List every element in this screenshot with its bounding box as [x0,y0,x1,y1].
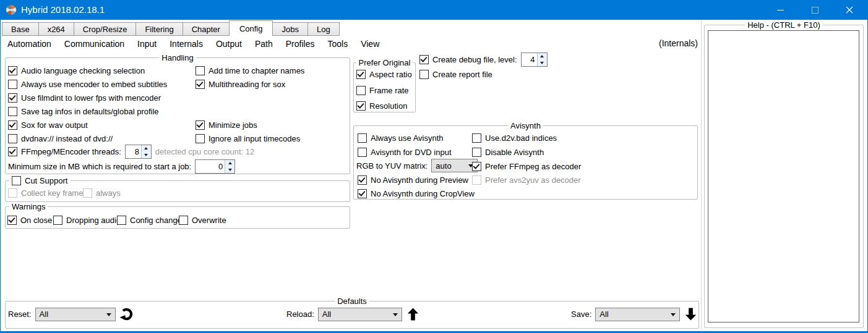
checkbox-save-tag-infos[interactable]: Save tag infos in defaults/global profil… [8,106,159,116]
tab-x264[interactable]: x264 [38,22,74,36]
tab-filtering[interactable]: Filtering [135,22,183,36]
tab-base[interactable]: Base [2,22,39,36]
menu-item-communication[interactable]: Communication [64,39,124,49]
checkbox-always-use-avisynth[interactable]: Always use Avisynth [358,133,444,143]
spin-up-icon[interactable] [538,53,547,60]
checkbox-box [472,133,481,143]
checkbox-box [356,70,366,79]
reset-label: Reset: [8,310,32,319]
spin-up-icon[interactable] [225,160,234,167]
save-select[interactable]: All [595,308,680,321]
menu-item-view[interactable]: View [361,39,379,49]
window-title: Hybrid 2018.02.18.1 [21,0,105,20]
close-button[interactable] [832,0,867,20]
tab-chapter[interactable]: Chapter [183,22,230,36]
spin-down-icon[interactable] [142,152,151,159]
menu-item-internals[interactable]: Internals [170,39,203,49]
checkbox-create-debug-file[interactable]: Create debug file, level: [419,55,517,65]
threads-spinner[interactable]: 8 [125,145,152,159]
checkbox-warn-on-close[interactable]: On close [7,215,52,225]
group-title: Prefer Original [356,58,413,67]
checkbox-label: Dropping audio [66,216,121,225]
min-size-row: Minimum size in MB which is required to … [8,159,235,174]
group-title: Handling [159,53,196,62]
checkbox-filmdint-lower-fps[interactable]: Use filmdint to lower fps with mencoder [8,93,161,103]
rgb-to-yuv-matrix-select[interactable]: auto [431,159,478,172]
minimize-button[interactable] [763,0,797,20]
help-content[interactable] [708,30,859,322]
spin-down-icon[interactable] [538,60,547,67]
checkbox-dvdnav-instead-dvd[interactable]: dvdnav:// instead of dvd:// [8,133,113,143]
chevron-down-icon [671,313,676,316]
reload-select[interactable]: All [318,308,402,321]
down-arrow-icon[interactable] [684,307,698,321]
checkbox-label: Disable Avisynth [485,148,544,157]
checkbox-box [8,188,17,198]
tab-crop-resize[interactable]: Crop/Resize [74,22,137,36]
cut-support-group: Cut Support Collect key frames always [5,180,350,202]
checkbox-mencoder-embed-subtitles[interactable]: Always use mencoder to embed subtitles [8,79,167,89]
checkbox-label: always [96,188,121,198]
checkbox-label: Create report file [432,70,492,79]
checkbox-audio-language-checking[interactable]: Audio language checking selection [8,65,145,75]
checkbox-prefer-ffmpeg-decoder[interactable]: Prefer FFmpeg as decoder [472,161,581,171]
checkbox-box [7,216,17,225]
checkbox-no-avisynth-cropview[interactable]: No Avisynth during CropView [358,188,475,198]
spinner-value: 8 [126,145,141,158]
checkbox-box [358,189,367,198]
checkbox-add-time-chapter-names[interactable]: Add time to chapter names [196,65,304,75]
threads-row: FFmpeg/MEncoder threads: 8 detected cpu … [8,145,254,159]
checkbox-warn-dropping-audio[interactable]: Dropping audio [53,215,121,225]
checkbox-box [8,147,17,156]
checkbox-label: Audio language checking selection [21,66,145,75]
spinner-value: 0 [196,160,225,173]
checkbox-resolution[interactable]: Resolution [356,101,407,111]
checkbox-warn-config-change[interactable]: Config change [117,215,182,225]
checkbox-box [8,134,17,143]
menu-item-automation[interactable]: Automation [7,39,51,49]
debug-level-spinner[interactable]: 4 [521,53,548,67]
checkbox-cut-support[interactable]: Cut Support [9,175,71,185]
menu-item-tools[interactable]: Tools [327,39,348,49]
checkbox-disable-avisynth[interactable]: Disable Avisynth [472,147,544,157]
menu-item-input[interactable]: Input [137,39,157,49]
checkbox-warn-overwrite[interactable]: Overwrite [179,215,226,225]
tab-jobs[interactable]: Jobs [272,22,307,36]
checkbox-sox-wav-output[interactable]: Sox for wav output [8,120,88,130]
reset-select[interactable]: All [35,308,116,321]
checkbox-label: No Avisynth during Preview [371,175,468,185]
rgb-matrix-row: RGB to YUV matrix: auto [356,159,478,172]
checkbox-avisynth-dvd-input[interactable]: Avisynth for DVD input [358,147,452,157]
checkbox-box [472,162,481,171]
checkbox-box [419,70,429,79]
checkbox-no-avisynth-preview[interactable]: No Avisynth during Preview [358,175,468,185]
checkbox-use-d2v-bad-indices[interactable]: Use.d2v.bad indices [472,133,557,143]
checkbox-box [472,175,481,185]
spin-down-icon[interactable] [225,167,234,174]
min-size-spinner[interactable]: 0 [195,159,235,174]
checkbox-create-report-file[interactable]: Create report file [419,69,492,79]
checkbox-box [12,176,21,185]
checkbox-aspect-ratio[interactable]: Aspect ratio [356,69,412,79]
checkbox-ignore-input-timecodes[interactable]: Ignore all input timecodes [196,133,300,143]
tab-label: Log [317,25,330,34]
maximize-button[interactable] [797,0,832,20]
menu-item-profiles[interactable]: Profiles [286,39,315,49]
selected-value: All [599,310,608,319]
menu-item-path[interactable]: Path [255,39,273,49]
handling-group: Handling Audio language checking selecti… [5,57,350,174]
tab-label: Chapter [192,25,220,34]
tab-log[interactable]: Log [307,22,340,36]
undo-arrow-icon[interactable] [119,307,134,321]
checkbox-minimize-jobs[interactable]: Minimize jobs [196,120,257,130]
checkbox-ffmpeg-mencoder-threads[interactable]: FFmpeg/MEncoder threads: [8,147,121,157]
checkbox-label: On close [20,216,52,225]
checkbox-multithreading-sox[interactable]: Multithreading for sox [196,79,285,89]
tab-config[interactable]: Config [229,20,273,36]
checkbox-frame-rate[interactable]: Frame rate [356,85,409,95]
selected-value: All [322,310,331,319]
checkbox-box [358,148,367,157]
up-arrow-icon[interactable] [406,307,420,321]
menu-item-output[interactable]: Output [216,39,242,49]
spin-up-icon[interactable] [142,145,151,152]
